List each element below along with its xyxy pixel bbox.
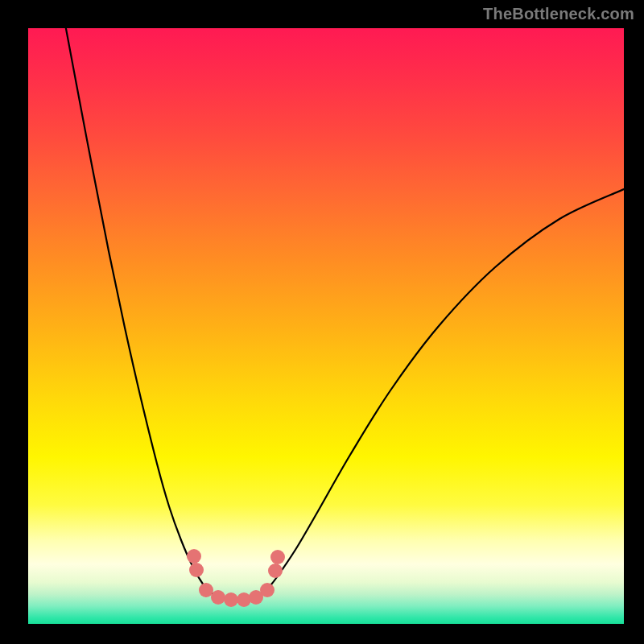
- marker-dot: [268, 564, 283, 578]
- marker-dot: [187, 549, 201, 564]
- curve-path-group: [64, 28, 624, 600]
- watermark-label: TheBottleneck.com: [483, 5, 634, 23]
- marker-dot: [211, 590, 225, 605]
- curve-path: [64, 28, 624, 600]
- chart-frame: TheBottleneck.com: [0, 0, 644, 644]
- bottleneck-curve: [28, 28, 624, 624]
- marker-group: [187, 549, 285, 607]
- marker-dot: [237, 592, 251, 607]
- plot-area: [28, 28, 624, 624]
- marker-dot: [270, 550, 285, 564]
- marker-dot: [224, 592, 238, 607]
- marker-dot: [199, 583, 213, 597]
- marker-dot: [260, 583, 275, 597]
- marker-dot: [189, 563, 204, 577]
